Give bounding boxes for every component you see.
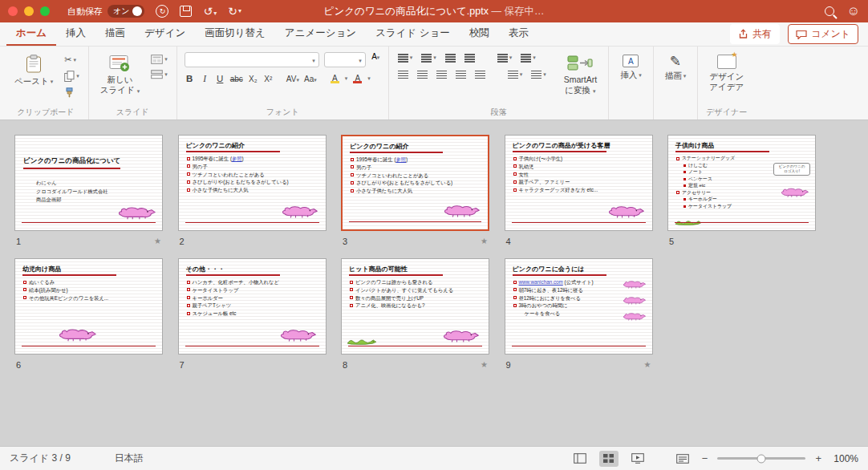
slide-thumbnail-9[interactable]: ピンクのワニに会うには www.wanichan.com (公式サイト) 朝7時… [505,258,653,355]
format-painter-icon [64,87,75,98]
slide-layout-button[interactable]: ▾ [149,54,169,65]
slide-number: 9 [506,360,511,370]
reference-link[interactable]: 参照 [232,156,242,161]
subscript-button[interactable]: X₂ [248,75,258,83]
comments-button[interactable]: コメント [788,24,858,44]
autosave-toggle[interactable]: オン [107,5,144,18]
columns-button[interactable] [473,69,487,81]
copy-icon [64,71,75,82]
sync-icon[interactable]: ↻ [156,5,168,18]
character-spacing-button[interactable]: AV▾ [286,75,299,83]
font-color-caret[interactable]: ▾ [367,75,371,82]
tab-draw[interactable]: 描画 [95,22,135,46]
align-right-button[interactable] [435,69,448,81]
slide-thumbnail-6[interactable]: 幼児向け商品 ぬいぐるみ 絵本(読み聞かせ) その他玩具Eピンクのワニを装え..… [14,258,163,355]
undo-icon[interactable]: ↺▾ [203,6,217,17]
zoom-level[interactable]: 100% [831,453,858,464]
tab-animations[interactable]: アニメーション [275,22,366,46]
tab-view[interactable]: 表示 [499,22,538,46]
zoom-slider[interactable] [717,457,805,460]
strikethrough-button[interactable]: abc [230,75,243,83]
ribbon-group-draw: ✎ 描画▾ [654,47,699,120]
insert-button[interactable]: A 挿入▾ [616,52,646,83]
font-size-select[interactable]: ▾ [324,52,366,67]
decrease-indent-button[interactable] [444,52,457,64]
presenter-notes-button[interactable] [673,451,692,467]
change-case-button[interactable]: Aa▾ [304,75,317,83]
font-color-button[interactable]: A [352,74,363,83]
tab-home[interactable]: ホーム [6,22,56,46]
justify-button[interactable] [454,69,468,81]
align-text-button[interactable]: ▾ [506,69,525,81]
increase-indent-button[interactable] [463,52,477,64]
cut-button[interactable]: ✂▾ [63,54,81,66]
tab-insert[interactable]: 挿入 [56,22,95,46]
section-icon [151,70,163,79]
font-name-select[interactable]: ▾ [185,52,319,67]
zoom-slider-knob[interactable] [757,454,766,463]
normal-view-button[interactable] [570,451,590,467]
align-center-button[interactable] [416,69,429,81]
tab-review[interactable]: 校閲 [460,22,499,46]
numbering-button[interactable]: ▾ [420,52,438,64]
tab-transitions[interactable]: 画面切り替え [195,22,275,46]
format-painter-button[interactable] [63,87,81,99]
quick-access-caret[interactable]: ▾ [238,8,241,14]
superscript-button[interactable]: X² [263,75,274,83]
slide-thumbnail-3-selected[interactable]: ピンクのワニの紹介 1995年春に誕生 (参照) 男の子 ツチノコといわれたこと… [341,135,489,231]
slide-thumbnail-5[interactable]: 子供向け商品 ステーショナリーグッズ けしごむ ノート ペンケース 定規 etc… [667,135,816,231]
slides-group-label: スライド [89,107,176,118]
share-button[interactable]: 共有 [730,24,780,44]
feedback-smiley-icon[interactable]: ☺ [847,5,860,18]
reference-link[interactable]: 参照 [396,156,407,162]
slide-title: 子供向け商品 [675,141,808,150]
slide-thumbnail-4[interactable]: ピンクのワニの商品が受ける客層 子供向け(〜小学生) 乳幼児 女性 親子ペア、フ… [505,135,653,231]
slide-sorter-view-button[interactable] [599,451,619,467]
animation-star-icon: ★ [644,360,651,369]
slide-cell-1: ピンクのワニの商品化について わにゃん クロコダイルワールド株式会社 商品企画部… [14,135,163,247]
slide-section-button[interactable]: ▾ [149,69,169,80]
slide-thumbnail-2[interactable]: ピンクのワニの紹介 1995年春に誕生 (参照) 男の子 ツチノコといわれたこと… [178,135,327,231]
new-slide-button[interactable]: 新しいスライド ▾ [96,52,144,98]
line-spacing-button[interactable]: ▾ [496,52,514,64]
tab-slideshow[interactable]: スライド ショー [366,22,460,46]
increase-font-size-button[interactable]: A▾ [371,52,381,67]
minimize-window-button[interactable] [24,6,34,16]
autofit-button[interactable]: ▾ [529,69,548,81]
slide-thumbnail-7[interactable]: その他・・・ ハンカチ、化粧ポーチ、小物入れなど ケータイストラップ キーホルダ… [178,258,327,355]
slide-cell-2: ピンクのワニの紹介 1995年春に誕生 (参照) 男の子 ツチノコといわれたこと… [178,135,327,247]
draw-button[interactable]: ✎ 描画▾ [661,52,691,84]
close-window-button[interactable] [8,6,18,16]
slide-number: 7 [180,360,185,370]
undo-menu-caret[interactable]: ▾ [213,10,217,17]
zoom-in-button[interactable]: + [815,452,821,464]
save-icon[interactable] [180,6,192,17]
slide-thumbnail-1[interactable]: ピンクのワニの商品化について わにゃん クロコダイルワールド株式会社 商品企画部 [14,135,163,231]
highlight-caret[interactable]: ▾ [345,75,348,82]
slideshow-button[interactable] [628,451,647,467]
title-rule [186,151,280,152]
slide-thumbnail-8[interactable]: ヒット商品の可能性 ピンクのワニは誰からも愛される インパクトがあり、すぐに覚え… [341,258,489,355]
smartart-icon [567,55,593,72]
bold-button[interactable]: B [185,74,195,83]
ribbon-group-slides: 新しいスライド ▾ ▾ ▾ スライド [89,47,177,120]
toggle-knob [132,6,142,16]
zoom-window-button[interactable] [40,6,50,16]
text-direction-button[interactable]: ▾ [519,52,537,64]
slide-cell-5: 子供向け商品 ステーショナリーグッズ けしごむ ノート ペンケース 定規 etc… [667,135,816,247]
zoom-out-button[interactable]: − [702,452,708,464]
tab-design[interactable]: デザイン [135,22,195,46]
highlight-color-button[interactable]: A [330,74,340,83]
italic-button[interactable]: I [200,74,210,83]
design-ideas-button[interactable]: デザインアイデア [705,52,748,95]
copy-button[interactable]: ▾ [63,70,81,83]
bullets-button[interactable]: ▾ [396,52,415,64]
language-indicator[interactable]: 日本語 [115,452,144,465]
website-link[interactable]: www.wanichan.com [519,279,563,285]
search-icon[interactable] [825,6,834,16]
redo-icon[interactable]: ↻ [228,6,237,17]
align-left-button[interactable] [396,69,410,81]
underline-button[interactable]: U [215,74,225,83]
convert-to-smartart-button[interactable]: SmartArtに変換 ▾ [560,52,601,98]
paste-button[interactable]: ペースト▾ [10,52,57,90]
